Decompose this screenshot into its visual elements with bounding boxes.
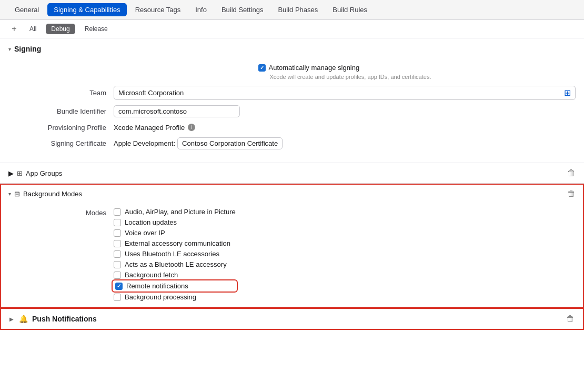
filter-bar: + All Debug Release xyxy=(0,20,584,38)
app-groups-section[interactable]: ▶ ⊞ App Groups 🗑 xyxy=(0,163,584,184)
mode-bluetooth-le: Uses Bluetooth LE accessories xyxy=(114,250,236,258)
background-modes-chevron-icon: ▾ xyxy=(8,191,11,197)
filter-all-button[interactable]: All xyxy=(24,24,42,34)
push-notifications-title: Push Notifications xyxy=(32,315,97,323)
provisioning-profile-label: Provisioning Profile xyxy=(8,124,114,132)
bundle-identifier-input[interactable] xyxy=(114,105,240,117)
tab-build-rules[interactable]: Build Rules xyxy=(326,3,374,16)
tab-resource-tags[interactable]: Resource Tags xyxy=(129,3,187,16)
mode-bluetooth-accessory-checkbox[interactable] xyxy=(114,261,121,268)
mode-background-processing-checkbox[interactable] xyxy=(114,294,121,301)
tab-build-phases[interactable]: Build Phases xyxy=(271,3,324,16)
bundle-identifier-label: Bundle Identifier xyxy=(8,107,114,115)
app-groups-title: App Groups xyxy=(26,169,62,177)
mode-bluetooth-le-label: Uses Bluetooth LE accessories xyxy=(125,250,219,258)
info-icon[interactable]: i xyxy=(188,124,195,131)
mode-location: Location updates xyxy=(114,218,236,226)
signing-section-title: Signing xyxy=(14,45,41,53)
modes-label: Modes xyxy=(8,208,114,217)
provisioning-profile-row: Provisioning Profile Xcode Managed Profi… xyxy=(0,120,584,135)
mode-background-fetch-checkbox[interactable] xyxy=(114,272,121,279)
auto-manage-checkbox[interactable] xyxy=(258,64,266,72)
auto-manage-label: Automatically manage signing xyxy=(269,64,360,72)
app-groups-icon: ⊞ xyxy=(17,169,23,177)
team-select-value: Microsoft Corporation xyxy=(118,89,184,97)
mode-background-processing-label: Background processing xyxy=(125,293,196,301)
mode-remote-notifications-checkbox[interactable] xyxy=(115,283,123,290)
bundle-identifier-value xyxy=(114,105,576,117)
background-modes-delete-button[interactable]: 🗑 xyxy=(567,189,576,198)
background-modes-icon: ⊟ xyxy=(14,190,20,198)
mode-background-fetch: Background fetch xyxy=(114,271,236,279)
push-notifications-section: ▶ 🔔 Push Notifications 🗑 xyxy=(0,308,584,330)
team-select-arrow-icon: ⊞ xyxy=(564,88,571,98)
signing-certificate-label: Signing Certificate xyxy=(8,139,114,147)
app-groups-delete-button[interactable]: 🗑 xyxy=(567,168,576,178)
add-capability-button[interactable]: + xyxy=(8,23,20,35)
mode-remote-notifications-label: Remote notifications xyxy=(126,282,188,290)
background-modes-title: Background Modes xyxy=(23,190,82,198)
mode-background-processing: Background processing xyxy=(114,293,236,301)
filter-debug-button[interactable]: Debug xyxy=(46,24,75,34)
push-notifications-delete-button[interactable]: 🗑 xyxy=(566,314,575,324)
push-notifications-chevron-icon: ▶ xyxy=(9,316,14,322)
mode-bluetooth-accessory-label: Acts as a Bluetooth LE accessory xyxy=(125,260,227,268)
signing-chevron-icon: ▾ xyxy=(8,46,11,52)
background-modes-section: ▾ ⊟ Background Modes 🗑 Modes Audio, AirP… xyxy=(0,184,584,308)
mode-external-accessory: External accessory communication xyxy=(114,239,236,247)
mode-remote-notifications: Remote notifications xyxy=(114,282,236,290)
modes-row: Modes Audio, AirPlay, and Picture in Pic… xyxy=(0,208,584,301)
auto-manage-description: Xcode will create and update profiles, a… xyxy=(270,73,431,81)
tab-bar: General Signing & Capabilities Resource … xyxy=(0,0,584,20)
mode-voip-label: Voice over IP xyxy=(125,229,165,237)
app-groups-left: ▶ ⊞ App Groups xyxy=(8,169,567,177)
auto-manage-check-row: Automatically manage signing xyxy=(258,64,360,72)
auto-manage-inner: Automatically manage signing Xcode will … xyxy=(258,64,431,81)
cert-value-container: Apple Development: Contoso Corporation C… xyxy=(114,137,576,149)
mode-audio: Audio, AirPlay, and Picture in Picture xyxy=(114,208,236,216)
mode-audio-label: Audio, AirPlay, and Picture in Picture xyxy=(125,208,236,216)
team-select[interactable]: Microsoft Corporation ⊞ xyxy=(114,86,576,100)
mode-background-fetch-label: Background fetch xyxy=(125,271,178,279)
tab-general[interactable]: General xyxy=(8,3,45,16)
provisioning-profile-value: Xcode Managed Profile i xyxy=(114,124,576,132)
mode-location-label: Location updates xyxy=(125,218,177,226)
mode-voip-checkbox[interactable] xyxy=(114,229,121,237)
signing-section-header[interactable]: ▾ Signing xyxy=(0,45,584,59)
signing-section: ▾ Signing Automatically manage signing X… xyxy=(0,38,584,163)
background-modes-content: Modes Audio, AirPlay, and Picture in Pic… xyxy=(0,204,584,307)
mode-external-accessory-label: External accessory communication xyxy=(125,239,230,247)
team-value: Microsoft Corporation ⊞ xyxy=(114,86,576,100)
mode-location-checkbox[interactable] xyxy=(114,219,121,226)
team-label: Team xyxy=(8,89,114,97)
mode-audio-checkbox[interactable] xyxy=(114,208,121,216)
app-groups-chevron-icon: ▶ xyxy=(8,169,14,177)
push-notifications-icon: 🔔 xyxy=(19,315,28,323)
bundle-identifier-row: Bundle Identifier xyxy=(0,103,584,120)
tab-signing-capabilities[interactable]: Signing & Capabilities xyxy=(47,3,126,16)
tab-build-settings[interactable]: Build Settings xyxy=(215,3,270,16)
background-modes-header[interactable]: ▾ ⊟ Background Modes 🗑 xyxy=(0,184,584,204)
mode-voip: Voice over IP xyxy=(114,229,236,237)
cert-prefix-text: Apple Development: xyxy=(114,139,175,147)
signing-certificate-value: Apple Development: Contoso Corporation C… xyxy=(114,137,576,149)
prov-value-container: Xcode Managed Profile i xyxy=(114,124,576,132)
filter-release-button[interactable]: Release xyxy=(79,24,113,34)
mode-external-accessory-checkbox[interactable] xyxy=(114,240,121,247)
tab-info[interactable]: Info xyxy=(189,3,213,16)
signing-form: Automatically manage signing Xcode will … xyxy=(0,59,584,152)
team-row: Team Microsoft Corporation ⊞ xyxy=(0,83,584,103)
auto-manage-row: Automatically manage signing Xcode will … xyxy=(0,59,584,83)
main-content: ▾ Signing Automatically manage signing X… xyxy=(0,38,584,330)
mode-bluetooth-le-checkbox[interactable] xyxy=(114,250,121,258)
mode-bluetooth-accessory: Acts as a Bluetooth LE accessory xyxy=(114,260,236,268)
cert-box[interactable]: Contoso Corporation Certificate xyxy=(177,137,283,149)
push-notifications-left: ▶ 🔔 Push Notifications xyxy=(9,315,566,323)
prov-profile-text: Xcode Managed Profile xyxy=(114,124,185,132)
signing-certificate-row: Signing Certificate Apple Development: C… xyxy=(0,135,584,152)
modes-list: Audio, AirPlay, and Picture in Picture L… xyxy=(114,208,236,301)
